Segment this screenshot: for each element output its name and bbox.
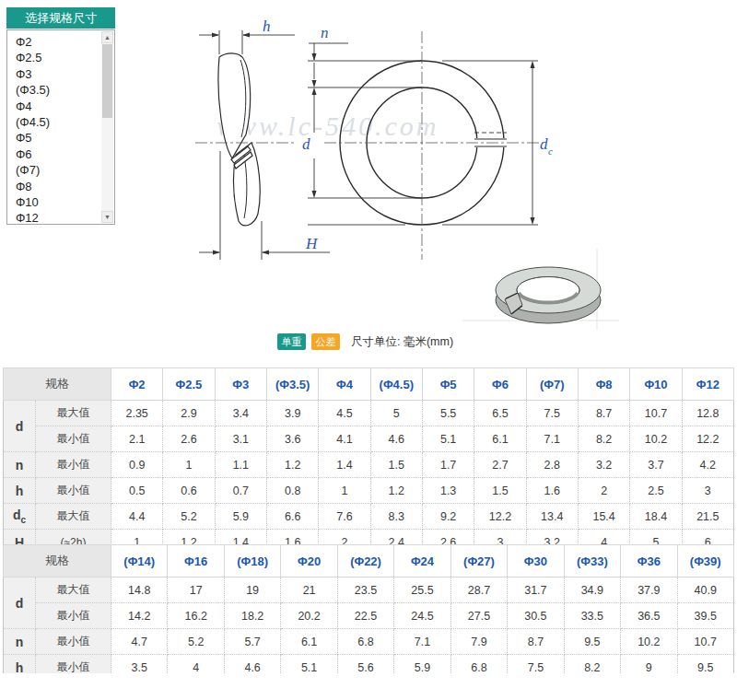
value-cell: 22.5 [337, 603, 393, 629]
param-label: d [4, 578, 36, 629]
size-option[interactable]: Φ10 [7, 194, 114, 210]
value-cell: 1.1 [215, 452, 266, 478]
value-cell: 7.6 [319, 504, 370, 530]
size-option[interactable]: Φ4 [7, 99, 114, 114]
value-cell: 4.6 [224, 655, 280, 674]
value-cell: 5.5 [422, 401, 474, 426]
value-cell: 6.8 [337, 629, 393, 655]
value-cell: 3.2 [578, 452, 629, 478]
value-cell: 5.2 [163, 504, 215, 530]
size-option[interactable]: Φ2 [7, 34, 114, 50]
qualifier-label: 最小值 [36, 629, 111, 655]
value-cell: 18.2 [224, 603, 280, 629]
size-column-header: (Φ39) [677, 545, 733, 578]
size-selector: 选择规格尺寸 Φ2Φ2.5Φ3(Φ3.5)Φ4(Φ4.5)Φ5Φ6(Φ7)Φ8Φ… [6, 7, 115, 225]
value-cell: 6.8 [450, 655, 507, 674]
size-option[interactable]: Φ3 [7, 66, 114, 82]
page: 选择规格尺寸 Φ2Φ2.5Φ3(Φ3.5)Φ4(Φ4.5)Φ5Φ6(Φ7)Φ8Φ… [0, 0, 737, 700]
size-column-header: (Φ27) [450, 545, 507, 578]
value-cell: 1.6 [526, 478, 578, 504]
table-row: h最小值0.50.60.70.811.21.31.51.622.53 [4, 478, 734, 504]
param-label: dc [4, 504, 36, 530]
size-column-header: (Φ4.5) [370, 368, 422, 401]
dim-label-h: h [263, 20, 271, 35]
value-cell: 1.2 [370, 478, 422, 504]
qualifier-label: 最小值 [36, 452, 111, 478]
value-cell: 1 [163, 452, 215, 478]
spec-table: 规格Φ2Φ2.5Φ3(Φ3.5)Φ4(Φ4.5)Φ5Φ6(Φ7)Φ8Φ10Φ12… [3, 368, 734, 555]
size-column-header: Φ30 [508, 545, 564, 578]
qualifier-label: 最小值 [36, 603, 111, 629]
size-column-header: Φ5 [422, 368, 474, 401]
value-cell: 6.1 [474, 426, 526, 452]
value-cell: 17 [168, 578, 224, 603]
size-option[interactable]: Φ12 [7, 210, 114, 226]
washer-technical-drawing: www.lc-540.com h H [193, 20, 626, 333]
value-cell: 4.7 [111, 629, 168, 655]
value-cell: 2.5 [630, 478, 682, 504]
scroll-down-icon[interactable]: ▼ [101, 211, 113, 223]
value-cell: 3 [682, 478, 733, 504]
size-column-header: Φ16 [168, 545, 224, 578]
value-cell: 5.1 [281, 655, 337, 674]
value-cell: 0.6 [163, 478, 215, 504]
size-column-header: (Φ14) [111, 545, 168, 578]
value-cell: 12.2 [474, 504, 526, 530]
value-cell: 4 [168, 655, 224, 674]
value-cell: 1.5 [474, 478, 526, 504]
size-column-header: Φ12 [682, 368, 733, 401]
scrollbar-thumb[interactable] [102, 44, 112, 118]
value-cell: 2.1 [111, 426, 163, 452]
param-label: h [4, 478, 36, 504]
scroll-up-icon[interactable]: ▲ [101, 31, 113, 43]
front-view [308, 31, 544, 260]
value-cell: 24.5 [394, 603, 450, 629]
value-cell: 5.6 [337, 655, 393, 674]
spec-header: 规格 [4, 368, 111, 401]
value-cell: 4.6 [370, 426, 422, 452]
tolerance-tag-button[interactable]: 公差 [311, 333, 340, 350]
size-option[interactable]: (Φ3.5) [7, 82, 114, 98]
value-cell: 23.5 [337, 578, 393, 603]
size-option[interactable]: Φ6 [7, 146, 114, 162]
size-option[interactable]: Φ5 [7, 130, 114, 146]
value-cell: 9.5 [564, 629, 620, 655]
unit-weight-tag-button[interactable]: 单重 [277, 333, 306, 350]
size-column-header: Φ36 [621, 545, 677, 578]
param-label: n [4, 629, 36, 655]
value-cell: 2 [578, 478, 629, 504]
size-option[interactable]: Φ8 [7, 179, 114, 194]
value-cell: 0.7 [215, 478, 266, 504]
size-column-header: (Φ18) [224, 545, 280, 578]
size-column-header: Φ4 [319, 368, 370, 401]
value-cell: 1.3 [422, 478, 474, 504]
value-cell: 7.5 [508, 655, 564, 674]
value-cell: 10.7 [630, 401, 682, 426]
value-cell: 15.4 [578, 504, 629, 530]
value-cell: 1.4 [319, 452, 370, 478]
value-cell: 1.5 [370, 452, 422, 478]
size-option[interactable]: (Φ7) [7, 162, 114, 178]
table-row: 最小值2.12.63.13.64.14.65.16.17.18.210.212.… [4, 426, 734, 452]
qualifier-label: 最小值 [36, 478, 111, 504]
value-cell: 8.2 [564, 655, 620, 674]
value-cell: 10.2 [630, 426, 682, 452]
value-cell: 36.5 [621, 603, 677, 629]
size-list: Φ2Φ2.5Φ3(Φ3.5)Φ4(Φ4.5)Φ5Φ6(Φ7)Φ8Φ10Φ12 [7, 30, 114, 227]
value-cell: 8.2 [578, 426, 629, 452]
value-cell: 6.6 [266, 504, 318, 530]
value-cell: 6.5 [474, 401, 526, 426]
value-cell: 7.9 [450, 629, 507, 655]
size-option[interactable]: Φ2.5 [7, 50, 114, 65]
qualifier-label: 最大值 [36, 401, 111, 426]
value-cell: 8.7 [578, 401, 629, 426]
dim-label-dc: d [540, 135, 548, 153]
value-cell: 14.8 [111, 578, 168, 603]
value-cell: 5.1 [422, 426, 474, 452]
listbox-scrollbar[interactable]: ▲ ▼ [101, 31, 113, 223]
size-option[interactable]: (Φ4.5) [7, 114, 114, 130]
size-listbox[interactable]: Φ2Φ2.5Φ3(Φ3.5)Φ4(Φ4.5)Φ5Φ6(Φ7)Φ8Φ10Φ12 ▲… [6, 29, 115, 225]
table-row: h最小值3.544.65.15.65.96.87.58.299.5 [4, 655, 734, 674]
value-cell: 39.5 [677, 603, 733, 629]
value-cell: 3.9 [266, 401, 318, 426]
